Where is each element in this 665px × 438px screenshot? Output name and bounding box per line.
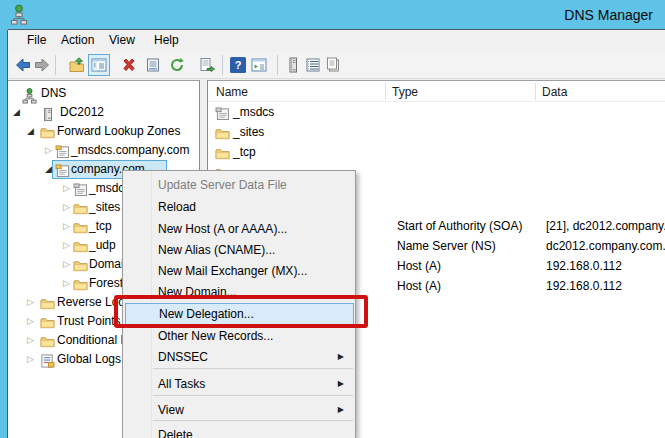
toolbar-separator — [222, 55, 223, 75]
menu-item-view[interactable]: View▶ — [125, 399, 354, 421]
expand-arrow-icon[interactable]: ▷ — [63, 274, 70, 293]
toolbar-separator — [277, 55, 278, 75]
expand-arrow-icon[interactable]: ▷ — [27, 331, 34, 350]
expand-arrow-icon[interactable]: ▷ — [63, 179, 70, 198]
tree-item-label: DNS — [41, 84, 66, 103]
toolbar-separator — [55, 55, 56, 75]
export-list-icon[interactable] — [199, 57, 215, 73]
menu-item-delete[interactable]: Delete — [125, 424, 354, 438]
menu-help[interactable]: Help — [154, 33, 179, 47]
column-divider[interactable] — [535, 83, 536, 100]
list-row-name: _tcp — [233, 143, 256, 162]
svg-text:?: ? — [235, 59, 242, 71]
record-data: 192.168.0.112 — [546, 277, 622, 296]
column-header-name[interactable]: Name — [216, 85, 248, 99]
tree-item-label: Global Logs — [57, 350, 121, 369]
expand-arrow-icon[interactable]: ▷ — [27, 312, 34, 331]
forward-icon[interactable] — [34, 57, 50, 73]
menu-separator — [153, 395, 353, 396]
tree-item-label: _sites — [89, 198, 120, 217]
refresh-icon[interactable] — [169, 57, 185, 73]
back-icon[interactable] — [15, 57, 31, 73]
menu-separator — [153, 368, 353, 369]
annotation-box — [114, 295, 368, 328]
menu-item-other-new-records[interactable]: Other New Records... — [125, 325, 354, 347]
list-view-icon[interactable] — [305, 57, 321, 73]
list-row-tcp[interactable]: _tcp — [208, 143, 665, 162]
menu-item-new-alias-cname[interactable]: New Alias (CNAME)... — [125, 239, 354, 261]
list-row-msdcs[interactable]: _msdcs — [208, 103, 665, 122]
delete-icon[interactable] — [121, 57, 137, 73]
title-bar[interactable]: DNS Manager — [0, 0, 665, 30]
window-border — [0, 30, 8, 438]
record-data: 192.168.0.112 — [546, 257, 622, 276]
submenu-arrow-icon: ▶ — [338, 399, 344, 421]
submenu-arrow-icon: ▶ — [338, 373, 344, 395]
console-window-icon[interactable] — [251, 57, 267, 73]
record-type: Host (A) — [397, 257, 441, 276]
toolbar: ? — [9, 52, 665, 79]
expand-arrow-icon[interactable]: ▷ — [63, 217, 70, 236]
column-divider[interactable] — [385, 83, 386, 100]
menu-item-new-mail-exchanger-mx[interactable]: New Mail Exchanger (MX)... — [125, 260, 354, 282]
menu-item-dnssec[interactable]: DNSSEC▶ — [125, 346, 354, 368]
menu-action[interactable]: Action — [61, 33, 94, 47]
server-icon[interactable] — [285, 57, 301, 73]
list-row-sites[interactable]: _sites — [208, 123, 665, 142]
tree-item--msdcs-company-com[interactable]: ▷_msdcs.company.com — [8, 141, 200, 160]
tree-item-forward-lookup-zones[interactable]: ◢Forward Lookup Zones — [8, 122, 200, 141]
up-one-level-icon[interactable] — [69, 57, 85, 73]
collapse-arrow-icon[interactable]: ◢ — [13, 103, 20, 122]
column-header-type[interactable]: Type — [392, 85, 418, 99]
help-icon[interactable]: ? — [230, 57, 246, 73]
collapse-arrow-icon[interactable]: ◢ — [45, 160, 52, 179]
tree-item-dc2012[interactable]: ◢DC2012 — [8, 103, 200, 122]
tree-item-label: Trust Points — [57, 312, 121, 331]
menu-bar: File Action View Help — [9, 30, 665, 52]
expand-arrow-icon[interactable]: ▷ — [45, 141, 52, 160]
menu-item-reload[interactable]: Reload — [125, 196, 354, 218]
list-row-name: _sites — [233, 123, 264, 142]
column-header-data[interactable]: Data — [542, 85, 567, 99]
record-type: Start of Authority (SOA) — [397, 217, 522, 236]
expand-arrow-icon[interactable]: ▷ — [27, 350, 34, 369]
tree-item-label: _udp — [89, 236, 116, 255]
tree-item-label: DC2012 — [60, 103, 104, 122]
list-row-name: _msdcs — [233, 103, 274, 122]
menu-separator — [153, 420, 353, 421]
list-header: Name Type Data — [208, 82, 665, 102]
dns-manager-window: DNS Manager File Action View Help ? DNS◢… — [0, 0, 665, 438]
menu-view[interactable]: View — [109, 33, 135, 47]
record-type: Host (A) — [397, 277, 441, 296]
dns-app-icon — [10, 4, 28, 26]
properties-icon[interactable] — [145, 57, 161, 73]
tree-item-label: Forward Lookup Zones — [57, 122, 180, 141]
collapse-arrow-icon[interactable]: ◢ — [27, 122, 34, 141]
expand-arrow-icon[interactable]: ▷ — [27, 293, 34, 312]
menu-item-all-tasks[interactable]: All Tasks▶ — [125, 373, 354, 395]
record-data: [21], dc2012.company. — [546, 217, 665, 236]
expand-arrow-icon[interactable]: ▷ — [63, 236, 70, 255]
menu-item-new-host-a-or-aaaa[interactable]: New Host (A or AAAA)... — [125, 218, 354, 240]
tree-item-label: _msdcs.company.com — [71, 141, 189, 160]
menu-file[interactable]: File — [27, 33, 46, 47]
clipboard-icon[interactable] — [325, 57, 341, 73]
tree-item-label: _tcp — [89, 217, 112, 236]
window-title: DNS Manager — [564, 7, 653, 23]
show-console-tree-icon[interactable] — [88, 54, 110, 76]
expand-arrow-icon[interactable]: ▷ — [63, 198, 70, 217]
menu-item-update-server-data-file: Update Server Data File — [125, 174, 354, 196]
record-data: dc2012.company.com. — [546, 237, 665, 256]
record-type: Name Server (NS) — [397, 237, 496, 256]
expand-arrow-icon[interactable]: ▷ — [63, 255, 70, 274]
submenu-arrow-icon: ▶ — [338, 346, 344, 368]
tree-item-dns[interactable]: DNS — [8, 84, 200, 103]
